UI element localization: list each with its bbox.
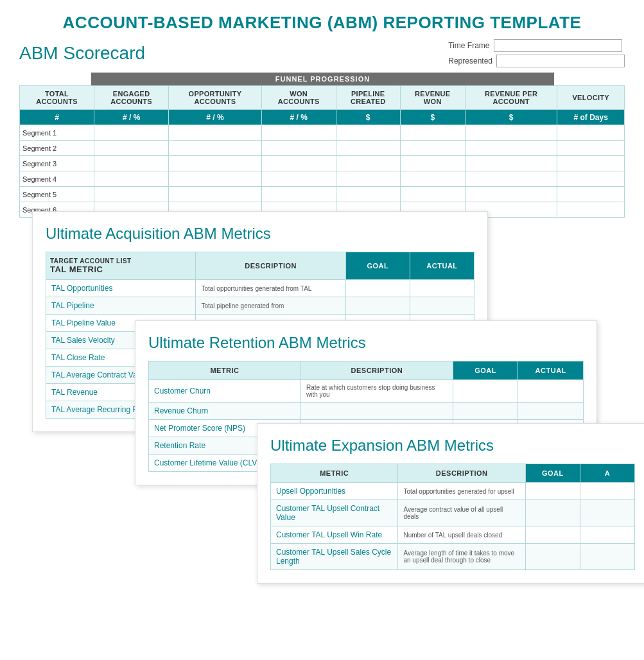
acq-row-1: TAL PipelineTotal pipeline generated fro… [46,297,474,315]
exp-actual-2 [580,526,634,544]
retention-title: Ultimate Retention ABM Metrics [148,334,584,352]
exp-col-metric: METRIC [271,464,398,483]
segment-label-3: Segment 4 [20,171,94,187]
unit-won: # / % [261,110,336,125]
timeframe-input1[interactable] [494,39,622,52]
scorecard-cell-2-6 [465,156,557,171]
scorecard-cell-2-3 [261,156,336,171]
scorecard-row-0: Segment 1 [20,125,625,141]
expansion-title: Ultimate Expansion ABM Metrics [270,437,635,455]
scorecard-cell-3-1 [94,171,169,187]
exp-goal-3 [525,544,580,570]
cards-container: Ultimate Acquisition ABM Metrics TARGET … [19,192,625,609]
ret-metric-1: Revenue Churn [149,403,301,420]
col-engaged-accounts: ENGAGEDACCOUNTS [94,86,169,110]
segment-label-1: Segment 2 [20,141,94,156]
scorecard-cell-4-1 [94,187,169,202]
acquisition-title: Ultimate Acquisition ABM Metrics [46,225,474,243]
scorecard-table: TOTALACCOUNTS ENGAGEDACCOUNTS OPPORTUNIT… [19,85,625,218]
col-pipeline-created: PIPELINECREATED [336,86,400,110]
expansion-header: METRIC DESCRIPTION GOAL A [271,464,635,483]
exp-actual-0 [580,483,634,500]
scorecard-cell-4-7 [557,187,625,202]
timeframe-block: Time Frame Represented [448,39,625,67]
scorecard-cell-4-3 [261,187,336,202]
scorecard-cell-1-3 [261,141,336,156]
col-revenue-won: REVENUEWON [400,86,465,110]
exp-metric-2: Customer TAL Upsell Win Rate [271,526,398,544]
exp-row-3: Customer TAL Upsell Sales Cycle LengthAv… [271,544,635,570]
scorecard-cell-0-6 [465,125,557,141]
exp-metric-0: Upsell Opportunities [271,483,398,500]
column-headers: TOTALACCOUNTS ENGAGEDACCOUNTS OPPORTUNIT… [20,86,625,110]
ret-col-goal: GOAL [453,361,518,380]
exp-goal-0 [525,483,580,500]
scorecard-cell-0-7 [557,125,625,141]
acq-goal-0 [345,280,410,297]
funnel-label: FUNNEL PROGRESSION [91,73,554,85]
unit-engaged: # / % [94,110,169,125]
col-velocity: VELOCITY [557,86,625,110]
col-total-accounts: TOTALACCOUNTS [20,86,94,110]
expansion-card: Ultimate Expansion ABM Metrics METRIC DE… [257,423,644,584]
scorecard-cell-5-7 [557,202,625,218]
acq-goal-1 [345,297,410,315]
ret-actual-1 [518,403,584,420]
exp-metric-3: Customer TAL Upsell Sales Cycle Length [271,544,398,570]
ret-col-metric: METRIC [149,361,301,380]
scorecard-cell-0-4 [336,125,400,141]
scorecard-cell-3-4 [336,171,400,187]
scorecard-row-2: Segment 3 [20,156,625,171]
scorecard-row-4: Segment 5 [20,187,625,202]
scorecard-cell-0-1 [94,125,169,141]
segment-label-0: Segment 1 [20,125,94,141]
unit-pipeline: $ [336,110,400,125]
timeframe-input2[interactable] [496,55,625,67]
unit-revenue-won: $ [400,110,465,125]
col-revenue-per-account: REVENUE PERACCOUNT [465,86,557,110]
scorecard-cell-3-7 [557,171,625,187]
ret-col-desc: DESCRIPTION [300,361,453,380]
exp-col-actual: A [580,464,634,483]
acq-desc-1: Total pipeline generated from [196,297,345,315]
ret-row-1: Revenue Churn [149,403,584,420]
exp-row-1: Customer TAL Upsell Contract ValueAverag… [271,500,635,526]
scorecard-cell-3-3 [261,171,336,187]
scorecard-body: Segment 1Segment 2Segment 3Segment 4Segm… [20,125,625,218]
exp-metric-1: Customer TAL Upsell Contract Value [271,500,398,526]
segment-label-2: Segment 3 [20,156,94,171]
expansion-table: METRIC DESCRIPTION GOAL A Upsell Opportu… [270,464,635,570]
exp-desc-3: Average length of time it takes to move … [398,544,525,570]
ret-actual-0 [518,380,584,403]
scorecard-section: ABM Scorecard Time Frame Represented FUN… [19,39,625,218]
scorecard-cell-1-5 [400,141,465,156]
scorecard-cell-1-2 [169,141,261,156]
ret-desc-1 [300,403,453,420]
scorecard-cell-1-4 [336,141,400,156]
scorecard-cell-2-2 [169,156,261,171]
scorecard-header-row: ABM Scorecard Time Frame Represented [19,39,625,67]
scorecard-cell-1-7 [557,141,625,156]
ret-row-0: Customer ChurnRate at which customers st… [149,380,584,403]
timeframe-label1: Time Frame [448,41,489,50]
exp-desc-0: Total opportunities generated for upsell [398,483,525,500]
acq-actual-1 [410,297,474,315]
acq-desc-0: Total opportunities generated from TAL [196,280,345,297]
col-opportunity-accounts: OPPORTUNITYACCOUNTS [169,86,261,110]
exp-col-desc: DESCRIPTION [398,464,525,483]
ret-metric-0: Customer Churn [149,380,301,403]
timeframe-label2: Represented [448,56,492,65]
acq-col-actual: ACTUAL [410,252,474,280]
acq-metric-1: TAL Pipeline [46,297,196,315]
unit-revenue-per-account: $ [465,110,557,125]
retention-header: METRIC DESCRIPTION GOAL ACTUAL [149,361,584,380]
ret-goal-0 [453,380,518,403]
acq-metric-0: TAL Opportunities [46,280,196,297]
scorecard-cell-3-2 [169,171,261,187]
main-title: ACCOUNT-BASED MARKETING (ABM) REPORTING … [19,13,625,33]
scorecard-cell-4-2 [169,187,261,202]
exp-goal-2 [525,526,580,544]
exp-goal-1 [525,500,580,526]
scorecard-cell-2-1 [94,156,169,171]
unit-row: # # / % # / % # / % $ $ $ # of Days [20,110,625,125]
